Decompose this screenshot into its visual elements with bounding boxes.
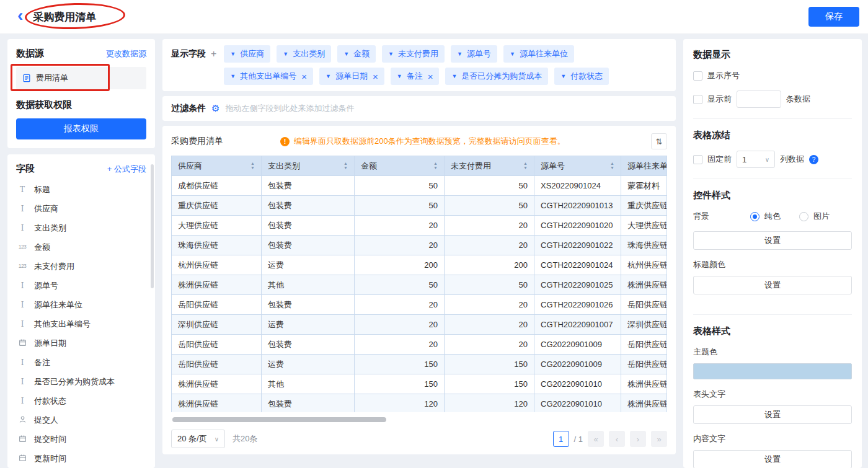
chevron-down-icon[interactable]: ▼ <box>451 74 457 79</box>
close-icon[interactable]: × <box>373 72 378 81</box>
content-text-setting-button[interactable]: 设置 <box>693 450 852 468</box>
field-item[interactable]: I付款状态 <box>16 391 146 410</box>
table-row[interactable]: 株洲供应链其他150150CG20220901010株洲供应链 <box>172 374 667 394</box>
field-item[interactable]: 提交人 <box>16 410 146 430</box>
display-fields-panel: 显示字段 + ▼供应商▼支出类别▼金额▼未支付费用▼源单号▼源单往来单位▼其他支… <box>162 39 676 91</box>
table-row[interactable]: 岳阳供应链运费150150CG20220901009岳阳供应链 <box>172 355 667 374</box>
help-icon[interactable]: ? <box>809 155 818 164</box>
show-first-checkbox[interactable] <box>693 95 702 104</box>
prev-page-button[interactable]: ‹ <box>609 431 625 447</box>
chevron-down-icon[interactable]: ▼ <box>326 74 331 79</box>
chevron-down-icon[interactable]: ▼ <box>397 74 402 79</box>
field-item[interactable]: 更新时间 <box>16 449 146 468</box>
chevron-down-icon[interactable]: ▼ <box>230 74 236 79</box>
table-row[interactable]: 深圳供应链运费2020CGTH20220901007深圳供应链 <box>172 315 667 335</box>
change-datasource-link[interactable]: 更改数据源 <box>106 48 146 60</box>
table-row[interactable]: 成都供应链包装费5050XS20220901024蒙霍材料 <box>172 176 667 196</box>
field-item[interactable]: T标题 <box>16 180 146 199</box>
column-header-4[interactable]: 源单号▲▼ <box>534 156 621 176</box>
display-field-chip[interactable]: ▼其他支出单编号× <box>224 68 313 85</box>
datasource-item[interactable]: 费用清单 <box>16 67 146 89</box>
display-field-chip[interactable]: ▼金额 <box>337 45 376 63</box>
first-page-button[interactable]: « <box>588 431 604 447</box>
display-field-chip[interactable]: ▼未支付费用 <box>382 45 445 63</box>
column-header-2[interactable]: 金额▲▼ <box>355 156 445 176</box>
next-page-button[interactable]: › <box>630 431 646 447</box>
display-field-chip[interactable]: ▼支出类别 <box>277 45 331 63</box>
display-field-chip[interactable]: ▼源单日期× <box>319 68 384 85</box>
column-header-0[interactable]: 供应商▲▼ <box>172 156 262 176</box>
column-sort-icon[interactable]: ▲▼ <box>343 162 348 170</box>
field-item[interactable]: 123金额 <box>16 237 146 257</box>
chevron-down-icon[interactable]: ▼ <box>388 51 394 57</box>
close-icon[interactable]: × <box>428 72 433 81</box>
display-field-chip[interactable]: ▼源单往来单位 <box>503 45 574 63</box>
close-icon[interactable]: × <box>301 72 307 81</box>
freeze-columns-checkbox[interactable] <box>693 155 702 164</box>
column-sort-icon[interactable]: ▲▼ <box>433 162 438 170</box>
header-text-setting-button[interactable]: 设置 <box>693 405 852 424</box>
column-sort-icon[interactable]: ▲▼ <box>610 162 614 170</box>
column-sort-icon[interactable]: ▲▼ <box>250 162 255 170</box>
field-item[interactable]: I其他支出单编号 <box>16 314 146 333</box>
last-page-button[interactable]: » <box>651 431 667 447</box>
show-first-count-input[interactable] <box>737 91 781 108</box>
title-color-setting-button[interactable]: 设置 <box>693 276 852 294</box>
current-page[interactable]: 1 <box>553 431 569 447</box>
solid-color-radio[interactable] <box>750 212 760 221</box>
image-radio[interactable] <box>799 212 808 221</box>
field-item[interactable]: I是否已分摊为购货成本 <box>16 372 146 391</box>
chevron-down-icon[interactable]: ▼ <box>510 51 515 57</box>
display-field-chip[interactable]: ▼供应商 <box>224 45 270 63</box>
field-item[interactable]: 提交时间 <box>16 430 146 449</box>
field-label: 提交人 <box>34 415 58 426</box>
horizontal-scrollbar[interactable] <box>172 417 666 422</box>
table-row[interactable]: 大理供应链包装费2020CGTH20220901020大理供应链 <box>172 216 667 236</box>
field-item[interactable]: 123未支付费用 <box>16 257 146 276</box>
field-item[interactable]: I源单往来单位 <box>16 295 146 314</box>
table-row[interactable]: 重庆供应链包装费5050CGTH20220901013重庆供应链 <box>172 196 667 216</box>
column-header-5[interactable]: 源单往来单位▲▼ <box>621 156 667 176</box>
table-row[interactable]: 岳阳供应链包装费2020CGTH20220901026岳阳供应链 <box>172 295 667 315</box>
display-field-chip[interactable]: ▼是否已分摊为购货成本 <box>445 68 548 85</box>
save-button[interactable]: 保存 <box>808 7 859 27</box>
show-index-checkbox[interactable] <box>693 71 702 81</box>
add-display-field-button[interactable]: + <box>211 48 216 60</box>
report-permission-button[interactable]: 报表权限 <box>16 118 146 139</box>
freeze-count-select[interactable]: 1 ∨ <box>737 151 775 168</box>
chevron-down-icon[interactable]: ▼ <box>343 51 349 57</box>
display-field-chip[interactable]: ▼源单号 <box>451 45 497 63</box>
chevron-down-icon[interactable]: ▼ <box>230 51 236 57</box>
field-label: 备注 <box>34 357 50 368</box>
page-size-select[interactable]: 20 条/页 ∨ <box>171 430 225 448</box>
scrollbar-thumb[interactable] <box>172 417 386 422</box>
field-item[interactable]: I源单号 <box>16 276 146 295</box>
column-header-1[interactable]: 支出类别▲▼ <box>262 156 355 176</box>
column-sort-icon[interactable]: ▲▼ <box>523 162 528 170</box>
back-button[interactable]: ‹ <box>17 7 23 24</box>
table-row[interactable]: 株洲供应链包装费120120CG20220901010株洲供应链 <box>172 394 667 413</box>
gear-icon[interactable]: ⚙ <box>211 103 219 114</box>
display-fields-label: 显示字段 <box>171 48 206 60</box>
field-item[interactable]: I支出类别 <box>16 218 146 237</box>
chevron-down-icon[interactable]: ▼ <box>457 51 463 57</box>
add-formula-field-link[interactable]: + 公式字段 <box>107 164 146 175</box>
table-row[interactable]: 株洲供应链其他5050CGTH20220901025株洲供应链 <box>172 275 667 295</box>
table-row[interactable]: 杭州供应链运费200200CGTH20220901024杭州供应链 <box>172 255 667 275</box>
theme-color-swatch[interactable] <box>693 363 852 379</box>
column-header-3[interactable]: 未支付费用▲▼ <box>445 156 534 176</box>
chevron-down-icon[interactable]: ▼ <box>283 51 288 57</box>
fields-scrollbar[interactable] <box>151 164 154 288</box>
table-row[interactable]: 珠海供应链包装费2020CGTH20220901022珠海供应链 <box>172 236 667 255</box>
page-size-value: 20 条/页 <box>177 433 207 444</box>
table-sort-tool-button[interactable]: ⇅ <box>651 133 667 149</box>
field-item[interactable]: I备注 <box>16 353 146 372</box>
chevron-down-icon[interactable]: ▼ <box>560 74 566 79</box>
background-setting-button[interactable]: 设置 <box>693 231 852 250</box>
display-field-chip[interactable]: ▼付款状态 <box>554 68 609 85</box>
field-item[interactable]: 源单日期 <box>16 333 146 353</box>
table-row[interactable]: 岳阳供应链包装费2020CG20220901009岳阳供应链 <box>172 335 667 355</box>
field-item[interactable]: I供应商 <box>16 199 146 218</box>
table-panel: 采购费用清单 ! 编辑界面只取数据源前200条作为查询数据预览，完整数据请访问页… <box>162 126 676 454</box>
display-field-chip[interactable]: ▼备注× <box>391 68 440 85</box>
